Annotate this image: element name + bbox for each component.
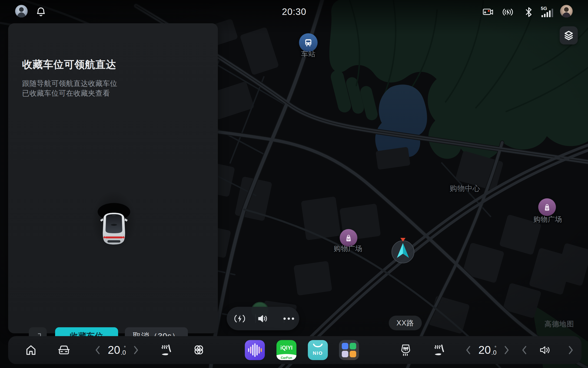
map-layers-icon [563, 30, 574, 41]
volume-button[interactable] [536, 336, 554, 364]
chevron-left-icon [465, 345, 471, 355]
plaza-right-label: 购物广场 [525, 215, 571, 224]
seat-heat-icon [433, 344, 445, 356]
music-app-icon [245, 340, 265, 360]
notifications-button[interactable] [35, 6, 46, 17]
app-drawer[interactable] [339, 336, 359, 364]
favorite-parking-panel: 收藏车位可领航直达 跟随导航可领航直达收藏车位 已收藏车位可在收藏夹查看 [8, 23, 218, 333]
heading-notch [400, 238, 406, 242]
iqiyi-title: iQIYI [276, 345, 297, 351]
chevron-left-icon [95, 345, 101, 355]
panel-title: 收藏车位可领航直达 [22, 58, 116, 72]
more-icon [283, 317, 295, 321]
shopping-bag-icon [344, 233, 353, 243]
media-volume-button[interactable] [256, 307, 270, 330]
nio-app-icon: NIO [308, 340, 328, 360]
nio-label: NIO [313, 350, 323, 356]
temp-left-dec: .0 [121, 350, 126, 356]
shopping-bag-icon [543, 202, 552, 212]
mall-label: 购物中心 [437, 184, 493, 194]
wireless-charging-indicator [502, 7, 514, 17]
map-watermark: 高德地图 [544, 319, 574, 329]
chevron-right-icon [504, 345, 510, 355]
bus-station-label: 车站 [290, 49, 327, 59]
chevron-left-icon [521, 345, 527, 355]
plaza-right-marker[interactable] [538, 198, 556, 216]
vehicle-controls-button[interactable] [52, 336, 76, 364]
iqiyi-app[interactable]: iQIYI CarFun [276, 336, 297, 364]
bluetooth-icon [524, 7, 534, 18]
quick-actions-pill [227, 307, 299, 330]
nio-app[interactable]: NIO [308, 336, 328, 364]
signal-tech-label: 5G [541, 6, 547, 11]
seat-heat-icon [160, 344, 172, 356]
screen-record-icon [482, 7, 494, 17]
plaza-left-label: 购物广场 [325, 244, 371, 253]
vehicle-location-puck[interactable] [391, 240, 415, 264]
passenger-avatar[interactable] [560, 5, 573, 18]
fragrance-icon [193, 344, 205, 356]
wireless-charging-icon [502, 7, 514, 17]
clock: 20:30 [282, 7, 306, 17]
seat-heat-right-button[interactable] [427, 336, 450, 364]
temp-right-decrease[interactable] [461, 336, 475, 364]
fragrance-button[interactable] [187, 336, 211, 364]
temp-right-dec: .0 [491, 350, 497, 356]
temp-right-value[interactable]: 20 ° .0 [475, 336, 500, 364]
iqiyi-app-icon: iQIYI CarFun [276, 340, 297, 360]
vehicle-top-view-image [86, 186, 142, 256]
driver-avatar[interactable] [15, 5, 28, 18]
bottom-dock: 20 ° .0 [8, 336, 581, 364]
map-layers-button[interactable] [560, 26, 578, 45]
pill-divider [255, 314, 256, 323]
temp-left-increase[interactable] [129, 336, 143, 364]
iqiyi-subtitle: CarFun [281, 355, 292, 360]
music-app[interactable] [245, 336, 265, 364]
seat-heat-left-button[interactable] [154, 336, 177, 364]
defrost-button[interactable] [394, 336, 417, 364]
road-label: XX路 [396, 318, 414, 328]
temp-right-increase[interactable] [500, 336, 514, 364]
charging-button[interactable] [233, 307, 247, 330]
home-icon [25, 344, 37, 356]
volume-icon [539, 345, 551, 355]
car-infotainment-screen: 车站 购物中心 购物广场 购物广场 [0, 0, 588, 368]
home-button[interactable] [19, 336, 43, 364]
bell-icon [35, 6, 46, 17]
volume-decrease[interactable] [517, 336, 531, 364]
app-grid-icon [339, 340, 359, 360]
bluetooth-indicator [524, 7, 534, 18]
road-label-pill: XX路 [389, 316, 422, 330]
panel-description-line2: 已收藏车位可在收藏夹查看 [22, 88, 110, 98]
panel-description-line1: 跟随导航可领航直达收藏车位 [22, 79, 117, 88]
screen-record-indicator [482, 7, 494, 17]
temp-left-int: 20 [108, 344, 120, 356]
temp-left-decrease[interactable] [91, 336, 105, 364]
bus-station-marker[interactable] [299, 33, 318, 52]
cellular-indicator: 5G [541, 6, 554, 19]
charging-icon [234, 313, 246, 324]
chevron-right-icon [568, 345, 574, 355]
defrost-icon [400, 344, 412, 357]
more-actions-button[interactable] [281, 307, 297, 330]
chevron-right-icon [133, 345, 139, 355]
temp-right-int: 20 [478, 344, 491, 356]
bus-icon [303, 38, 313, 47]
temp-left-value[interactable]: 20 ° .0 [105, 336, 129, 364]
volume-increase[interactable] [564, 336, 578, 364]
volume-icon [257, 314, 269, 323]
vehicle-icon [57, 344, 70, 356]
